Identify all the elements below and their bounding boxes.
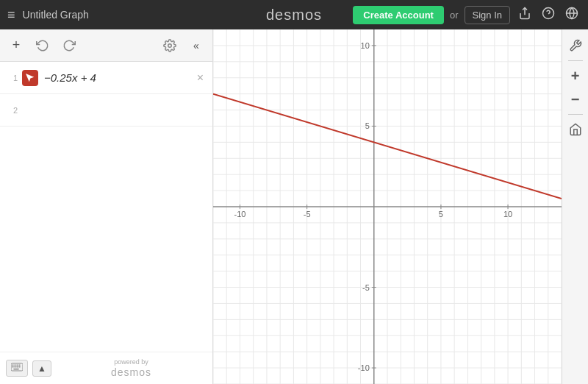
main: + « bbox=[0, 29, 588, 384]
svg-rect-15 bbox=[14, 369, 19, 370]
svg-rect-13 bbox=[17, 366, 18, 368]
expression-row-2[interactable]: 2 bbox=[0, 94, 212, 127]
left-panel: + « bbox=[0, 29, 213, 384]
redo-button[interactable] bbox=[59, 35, 79, 56]
topbar: ≡ Untitled Graph desmos Create Account o… bbox=[0, 0, 588, 29]
expr-close-1[interactable]: × bbox=[194, 70, 207, 86]
add-expression-button[interactable]: + bbox=[6, 35, 26, 56]
svg-rect-8 bbox=[15, 365, 16, 366]
expr-formula-1[interactable]: −0.25x + 4 bbox=[44, 71, 194, 84]
graph-area[interactable] bbox=[213, 29, 562, 384]
expr-number-1: 1 bbox=[6, 74, 18, 82]
keyboard-button[interactable] bbox=[6, 360, 28, 377]
svg-point-5 bbox=[168, 43, 172, 47]
powered-by: powered by desmos bbox=[56, 358, 207, 379]
expr-color-dot-1[interactable] bbox=[22, 70, 38, 86]
expr-number-2: 2 bbox=[6, 106, 18, 115]
graph-canvas[interactable] bbox=[213, 29, 562, 384]
powered-by-logo: desmos bbox=[111, 366, 151, 378]
share-icon[interactable] bbox=[516, 7, 534, 23]
right-divider-1 bbox=[568, 60, 583, 61]
collapse-panel-button[interactable]: « bbox=[186, 35, 207, 56]
create-account-button[interactable]: Create Account bbox=[353, 6, 444, 24]
right-divider-2 bbox=[568, 114, 583, 115]
powered-by-text: powered by bbox=[56, 358, 207, 366]
chevron-up-button[interactable]: ▲ bbox=[32, 360, 51, 377]
expression-list: 1 −0.25x + 4 × 2 bbox=[0, 62, 212, 352]
svg-rect-12 bbox=[15, 366, 16, 368]
zoom-in-button[interactable]: + bbox=[565, 65, 586, 86]
home-button[interactable] bbox=[565, 119, 586, 140]
expression-row-1: 1 −0.25x + 4 × bbox=[0, 62, 212, 94]
menu-icon[interactable]: ≡ bbox=[7, 7, 15, 23]
svg-rect-10 bbox=[19, 365, 21, 366]
svg-rect-7 bbox=[12, 365, 14, 366]
svg-rect-9 bbox=[17, 365, 18, 366]
topbar-right: Create Account or Sign In bbox=[353, 6, 581, 24]
wrench-button[interactable] bbox=[565, 35, 586, 56]
help-icon[interactable] bbox=[539, 7, 557, 23]
or-label: or bbox=[450, 10, 459, 21]
sign-in-button[interactable]: Sign In bbox=[465, 6, 510, 24]
globe-icon[interactable] bbox=[563, 7, 581, 23]
svg-rect-11 bbox=[12, 366, 14, 368]
settings-button[interactable] bbox=[159, 35, 180, 56]
expression-toolbar: + « bbox=[0, 29, 212, 62]
right-panel: + − bbox=[562, 29, 588, 384]
zoom-out-button[interactable]: − bbox=[565, 89, 586, 110]
desmos-logo: desmos bbox=[266, 7, 322, 23]
topbar-left: ≡ Untitled Graph bbox=[7, 7, 89, 23]
svg-rect-14 bbox=[19, 366, 21, 368]
graph-title[interactable]: Untitled Graph bbox=[23, 9, 89, 21]
topbar-center: desmos bbox=[266, 7, 322, 24]
undo-button[interactable] bbox=[32, 35, 53, 56]
panel-bottom: ▲ powered by desmos bbox=[0, 352, 212, 384]
